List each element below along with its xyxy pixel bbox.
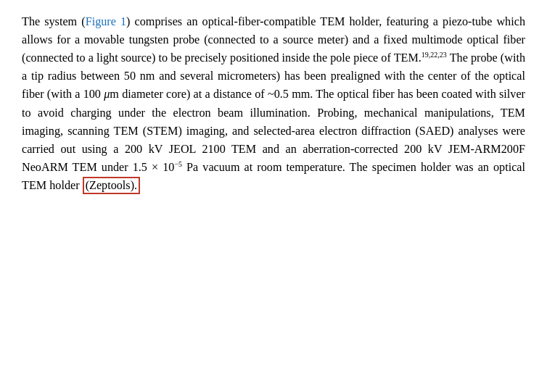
mu-symbol: μ [104, 88, 110, 101]
text-intro: The system ( [22, 15, 86, 28]
text-probe: The probe (with a tip radius between 50 … [22, 51, 525, 174]
figure1-link[interactable]: Figure 1 [86, 15, 126, 28]
zeptools-boxed-text: (Zeptools). [83, 177, 140, 194]
superscript-refs-1: 19,22,23 [421, 51, 447, 59]
main-paragraph: The system (Figure 1) comprises an optic… [22, 13, 525, 195]
page-container: The system (Figure 1) comprises an optic… [0, 0, 547, 392]
superscript-exp: −5 [174, 159, 182, 167]
